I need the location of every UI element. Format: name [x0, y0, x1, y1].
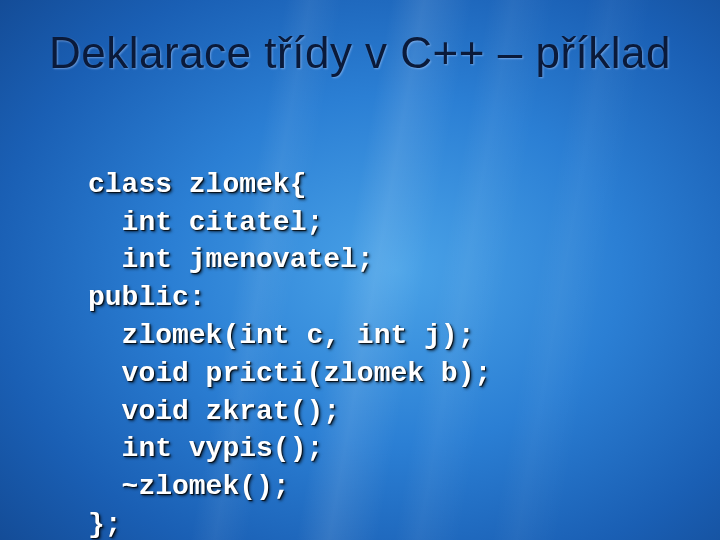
- code-line: };: [88, 509, 122, 540]
- code-line: void zkrat();: [88, 396, 340, 427]
- slide-title: Deklarace třídy v C++ – příklad: [0, 28, 720, 78]
- code-line: int citatel;: [88, 207, 323, 238]
- code-block: class zlomek{ int citatel; int jmenovate…: [88, 128, 491, 540]
- code-line: class zlomek{: [88, 169, 306, 200]
- code-line: void pricti(zlomek b);: [88, 358, 491, 389]
- code-line: public:: [88, 282, 206, 313]
- code-line: int vypis();: [88, 433, 323, 464]
- code-line: ~zlomek();: [88, 471, 290, 502]
- code-line: zlomek(int c, int j);: [88, 320, 474, 351]
- code-line: int jmenovatel;: [88, 244, 374, 275]
